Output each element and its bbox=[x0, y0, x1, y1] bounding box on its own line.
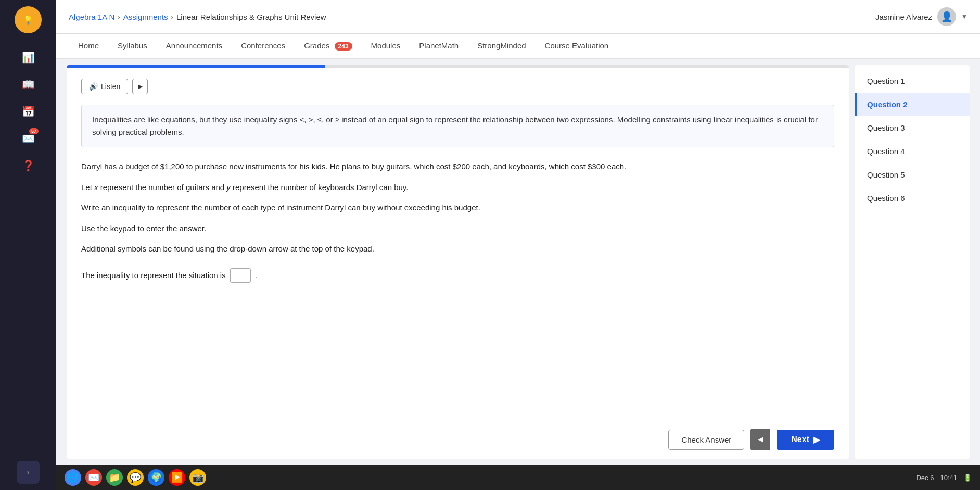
taskbar-chat[interactable]: 💬 bbox=[127, 469, 144, 486]
logo-icon: 💡 bbox=[23, 15, 33, 25]
main-content: Algebra 1A N › Assignments › Linear Rela… bbox=[56, 0, 980, 490]
tab-planetmath[interactable]: PlanetMath bbox=[410, 34, 468, 59]
question-item-4[interactable]: Question 4 bbox=[855, 140, 970, 163]
top-bar: Algebra 1A N › Assignments › Linear Rela… bbox=[56, 0, 980, 34]
tab-strongminded[interactable]: StrongMinded bbox=[468, 34, 535, 59]
problem-line-5: Additional symbols can be found using th… bbox=[81, 242, 834, 256]
tab-course-evaluation[interactable]: Course Evaluation bbox=[536, 34, 618, 59]
question-item-1[interactable]: Question 1 bbox=[855, 69, 970, 93]
taskbar-maps[interactable]: 🌍 bbox=[148, 469, 164, 486]
breadcrumb-sep-2: › bbox=[171, 13, 173, 21]
previous-button[interactable]: ◄ bbox=[750, 429, 770, 450]
info-text: Inequalities are like equations, but the… bbox=[92, 115, 818, 136]
question-list: Question 1 Question 2 Question 3 Questio… bbox=[855, 65, 970, 459]
problem-line-2: Let x represent the number of guitars an… bbox=[81, 181, 834, 194]
user-name: Jasmine Alvarez bbox=[875, 12, 932, 21]
user-area[interactable]: Jasmine Alvarez 👤 ▼ bbox=[875, 7, 968, 26]
taskbar-chrome[interactable]: 🌐 bbox=[65, 469, 81, 486]
next-label: Next bbox=[791, 435, 809, 444]
breadcrumb-course[interactable]: Algebra 1A N bbox=[69, 12, 114, 21]
problem-line-4: Use the keypad to enter the answer. bbox=[81, 222, 834, 235]
answer-area: The inequality to represent the situatio… bbox=[81, 268, 834, 283]
breadcrumb-section[interactable]: Assignments bbox=[123, 12, 168, 21]
tab-syllabus[interactable]: Syllabus bbox=[108, 34, 157, 59]
speaker-icon: 🔊 bbox=[89, 82, 98, 91]
problem-line-1: Darryl has a budget of $1,200 to purchas… bbox=[81, 160, 834, 173]
tab-conferences[interactable]: Conferences bbox=[232, 34, 295, 59]
sidebar-expand-button[interactable]: › bbox=[17, 461, 40, 484]
left-sidebar: 💡 📊 📖 📅 ✉️ 57 ❓ › bbox=[0, 0, 56, 490]
tab-grades[interactable]: Grades 243 bbox=[295, 34, 361, 59]
dashboard-icon: 📊 bbox=[22, 51, 35, 64]
taskbar-youtube[interactable]: ▶️ bbox=[169, 469, 185, 486]
answer-suffix: . bbox=[255, 271, 257, 280]
taskbar-time: 10:41 bbox=[940, 474, 957, 482]
problem-line-3: Write an inequality to represent the num… bbox=[81, 201, 834, 215]
tab-home[interactable]: Home bbox=[69, 34, 108, 59]
play-icon: ▶ bbox=[138, 83, 143, 90]
taskbar-drive[interactable]: 📁 bbox=[106, 469, 123, 486]
question-content: 🔊 Listen ▶ Inequalities are like equatio… bbox=[67, 68, 849, 335]
content-area: 🔊 Listen ▶ Inequalities are like equatio… bbox=[56, 59, 980, 465]
taskbar: 🌐 ✉️ 📁 💬 🌍 ▶️ 📸 Dec 6 10:41 🔋 bbox=[56, 465, 980, 490]
breadcrumb: Algebra 1A N › Assignments › Linear Rela… bbox=[69, 12, 326, 21]
calendar-icon: 📅 bbox=[22, 105, 35, 118]
answer-prefix: The inequality to represent the situatio… bbox=[81, 271, 226, 280]
nav-tabs: Home Syllabus Announcements Conferences … bbox=[56, 34, 980, 59]
check-answer-button[interactable]: Check Answer bbox=[668, 430, 744, 450]
messages-badge: 57 bbox=[29, 128, 39, 134]
listen-button[interactable]: 🔊 Listen bbox=[81, 79, 128, 94]
taskbar-gmail[interactable]: ✉️ bbox=[85, 469, 102, 486]
avatar: 👤 bbox=[937, 7, 956, 26]
next-button[interactable]: Next ▶ bbox=[777, 430, 834, 450]
help-icon: ❓ bbox=[22, 159, 35, 172]
app-logo[interactable]: 💡 bbox=[15, 6, 42, 33]
question-panel: 🔊 Listen ▶ Inequalities are like equatio… bbox=[67, 65, 849, 459]
sidebar-item-calendar[interactable]: 📅 bbox=[17, 100, 40, 123]
chevron-right-icon: › bbox=[27, 468, 29, 477]
question-item-3[interactable]: Question 3 bbox=[855, 116, 970, 140]
question-item-5[interactable]: Question 5 bbox=[855, 163, 970, 186]
taskbar-left: 🌐 ✉️ 📁 💬 🌍 ▶️ 📸 bbox=[65, 469, 206, 486]
sidebar-item-book[interactable]: 📖 bbox=[17, 73, 40, 96]
next-arrow-icon: ▶ bbox=[813, 435, 820, 445]
question-item-2[interactable]: Question 2 bbox=[855, 93, 970, 116]
taskbar-status: 🔋 bbox=[963, 474, 972, 482]
grades-badge: 243 bbox=[335, 42, 352, 51]
tab-announcements[interactable]: Announcements bbox=[157, 34, 232, 59]
taskbar-date: Dec 6 bbox=[916, 474, 934, 482]
tab-modules[interactable]: Modules bbox=[362, 34, 410, 59]
bottom-actions: Check Answer ◄ Next ▶ bbox=[67, 420, 849, 459]
sidebar-item-help[interactable]: ❓ bbox=[17, 154, 40, 177]
breadcrumb-current: Linear Relationships & Graphs Unit Revie… bbox=[176, 12, 326, 21]
book-icon: 📖 bbox=[22, 78, 35, 91]
avatar-icon: 👤 bbox=[941, 11, 952, 22]
taskbar-photos[interactable]: 📸 bbox=[189, 469, 206, 486]
answer-input[interactable] bbox=[230, 268, 251, 283]
breadcrumb-sep-1: › bbox=[118, 13, 120, 21]
question-item-6[interactable]: Question 6 bbox=[855, 186, 970, 210]
prev-icon: ◄ bbox=[756, 435, 765, 444]
taskbar-right: Dec 6 10:41 🔋 bbox=[916, 474, 972, 482]
sidebar-item-messages[interactable]: ✉️ 57 bbox=[17, 127, 40, 150]
listen-bar: 🔊 Listen ▶ bbox=[81, 79, 834, 94]
chevron-down-icon: ▼ bbox=[961, 13, 968, 20]
play-button[interactable]: ▶ bbox=[132, 79, 148, 94]
sidebar-item-dashboard[interactable]: 📊 bbox=[17, 46, 40, 69]
info-box: Inequalities are like equations, but the… bbox=[81, 105, 834, 147]
